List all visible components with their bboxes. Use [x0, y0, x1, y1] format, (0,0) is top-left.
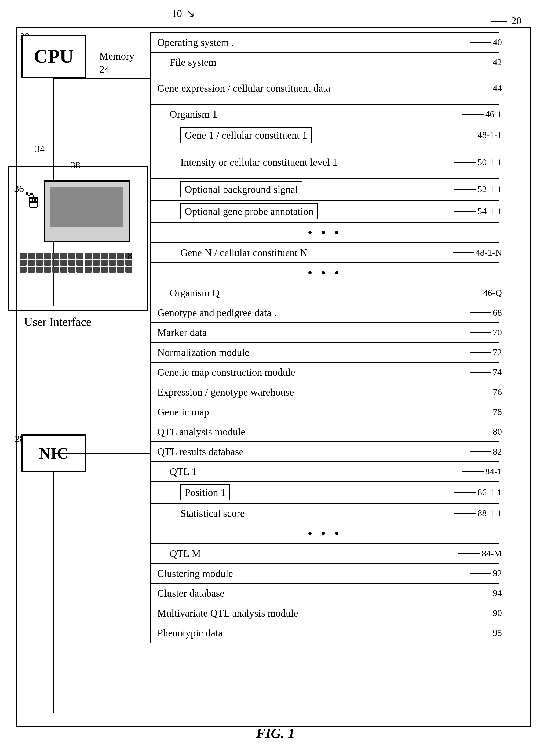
tick-line [470, 42, 491, 43]
tick-line [462, 114, 484, 115]
tick-line [470, 613, 491, 613]
main-panel: Operating system . 40 File system 42 Gen… [150, 32, 499, 643]
key [109, 267, 116, 273]
row-label: Genotype and pedigree data . [157, 307, 277, 319]
row-clustering: Clustering module 92 [150, 563, 499, 583]
key [101, 267, 108, 273]
ref-text-52-1-1: 52-1-1 [478, 184, 502, 194]
key [20, 253, 27, 259]
mouse-icon: 🖱 [22, 189, 44, 213]
ref-36-label: 36 [14, 183, 24, 194]
ref-connector-68: 68 [470, 308, 502, 318]
key [93, 260, 100, 266]
row-gene-n: Gene N / cellular constituent N 48-1-N [150, 242, 499, 262]
key [20, 260, 27, 266]
ref-text-76: 76 [493, 387, 502, 397]
key [52, 267, 59, 273]
hline-nic [53, 453, 150, 454]
key [44, 260, 51, 266]
ref-connector-74: 74 [470, 367, 502, 377]
ref-10-text: 10 [172, 8, 182, 19]
row-phenotypic: Phenotypic data 95 [150, 623, 499, 643]
fig-label-text: FIG. 1 [256, 726, 295, 741]
tick-line [454, 189, 476, 190]
ref-34-label: 34 [35, 143, 45, 155]
ref-connector-44: 44 [470, 83, 502, 93]
tick-line [470, 352, 491, 353]
row-qtl-results: QTL results database 82 [150, 441, 499, 461]
key [36, 260, 43, 266]
ref-text-84-M: 84-M [482, 548, 502, 559]
cpu-label: CPU [34, 45, 73, 68]
tick-line [454, 135, 476, 135]
row-label: Statistical score [180, 507, 245, 519]
ref-text-72: 72 [493, 347, 502, 357]
key [52, 260, 59, 266]
row-label: Expression / genotype warehouse [157, 386, 294, 398]
key [20, 267, 27, 273]
ref-20-tick [491, 21, 507, 22]
row-label: Marker data [157, 327, 207, 338]
ref-36-text: 36 [14, 183, 24, 194]
cpu-box: CPU [21, 35, 86, 78]
row-label-boxed: Optional background signal [180, 181, 302, 197]
row-multivariate: Multivariate QTL analysis module 90 [150, 603, 499, 623]
tick-line [454, 492, 476, 493]
row-label: Multivariate QTL analysis module [157, 607, 298, 619]
tick-line [470, 633, 491, 633]
ref-text-48-1-N: 48-1-N [476, 248, 502, 258]
ref-20-text: 20 [511, 15, 521, 26]
ref-text-92: 92 [493, 568, 502, 578]
ref-text-44: 44 [493, 83, 502, 93]
arrow-icon: ↘ [186, 8, 195, 19]
row-expression-warehouse: Expression / genotype warehouse 76 [150, 382, 499, 402]
ref-34-text: 34 [35, 144, 45, 154]
key [68, 260, 75, 266]
key [93, 267, 100, 273]
ref-text-70: 70 [493, 327, 502, 338]
key [76, 253, 83, 259]
ref-text-46-1: 46-1 [485, 109, 502, 119]
tick-line [454, 211, 476, 212]
key [36, 267, 43, 273]
key [44, 253, 51, 259]
row-label: Clustering module [157, 567, 233, 579]
tick-line [470, 372, 491, 373]
dots-row-3: • • • [150, 523, 499, 543]
memory-ref: 24 [99, 64, 109, 75]
row-cluster-database: Cluster database 94 [150, 583, 499, 603]
row-operating-system: Operating system . 40 [150, 32, 499, 52]
row-organism-1: Organism 1 46-1 [150, 104, 499, 124]
ref-connector-80: 80 [470, 427, 502, 437]
row-label: QTL M [170, 548, 201, 559]
tick-line [470, 573, 491, 574]
ref-connector-52-1-1: 52-1-1 [454, 184, 502, 194]
ref-connector-94: 94 [470, 588, 502, 598]
tick-line [470, 62, 491, 62]
ref-connector-90: 90 [470, 608, 502, 618]
ref-text-82: 82 [493, 447, 502, 457]
key [84, 253, 91, 259]
ref-text-94: 94 [493, 588, 502, 598]
row-file-system: File system 42 [150, 52, 499, 72]
tick-line [454, 162, 476, 163]
tick-line [470, 593, 491, 593]
row-label: Gene expression / cellular constituent d… [157, 82, 331, 94]
key [109, 260, 116, 266]
key [36, 253, 43, 259]
ref-connector-40: 40 [470, 37, 502, 47]
row-label-boxed: Gene 1 / cellular constituent 1 [180, 127, 312, 143]
keyboard-keys [20, 253, 132, 273]
dots-text: • • • [308, 225, 342, 240]
row-label: File system [170, 56, 216, 68]
tick-line [462, 471, 484, 472]
page: 10 ↘ 20 22 CPU Memory 24 34 26 38 [0, 0, 551, 756]
row-label: Operating system . [157, 36, 234, 48]
ref-connector-88-1-1: 88-1-1 [454, 508, 502, 518]
ref-text-80: 80 [493, 427, 502, 437]
ref-text-48-1-1: 48-1-1 [478, 130, 502, 140]
ref-connector-76: 76 [470, 387, 502, 397]
tick-line [470, 451, 491, 452]
key [84, 260, 91, 266]
ref-connector-84-M: 84-M [458, 548, 502, 559]
